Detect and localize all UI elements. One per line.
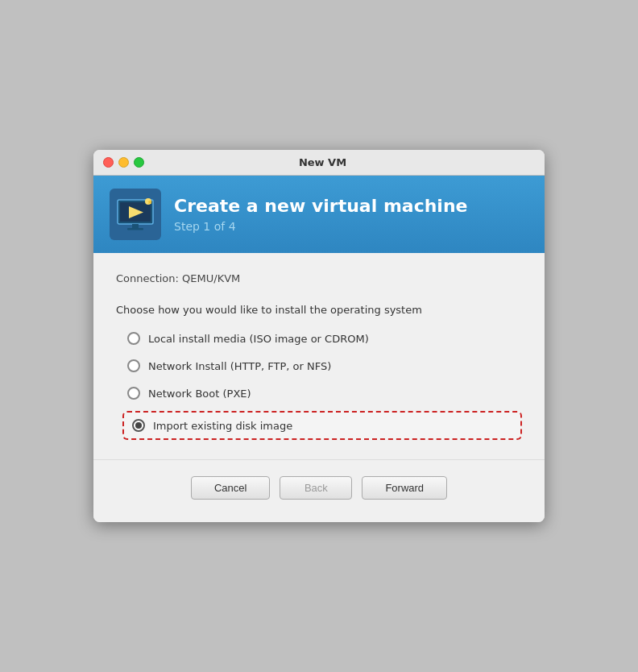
option-network-boot-label: Network Boot (PXE): [148, 388, 251, 400]
install-section-label: Choose how you would like to install the…: [116, 304, 522, 316]
header-banner: Create a new virtual machine Step 1 of 4: [93, 176, 545, 253]
svg-rect-6: [127, 228, 143, 230]
content-area: Connection: QEMU/KVM Choose how you woul…: [93, 253, 545, 459]
option-network-boot[interactable]: Network Boot (PXE): [122, 384, 522, 403]
svg-rect-5: [132, 224, 139, 228]
header-subtitle: Step 1 of 4: [174, 220, 467, 233]
radio-local[interactable]: [127, 332, 140, 345]
button-row: Cancel Back Forward: [93, 459, 545, 522]
header-icon-container: [110, 189, 161, 240]
minimize-button[interactable]: [118, 157, 129, 168]
radio-import-disk[interactable]: [132, 419, 145, 432]
radio-network-boot[interactable]: [127, 387, 140, 400]
title-bar: New VM: [93, 150, 545, 176]
option-local-label: Local install media (ISO image or CDROM): [148, 333, 369, 345]
connection-label: Connection:: [116, 272, 179, 284]
option-import-disk[interactable]: Import existing disk image: [122, 411, 522, 440]
connection-row: Connection: QEMU/KVM: [116, 272, 522, 284]
traffic-lights: [103, 157, 144, 168]
forward-button[interactable]: Forward: [362, 476, 447, 500]
back-button[interactable]: Back: [280, 476, 352, 500]
close-button[interactable]: [103, 157, 114, 168]
option-local-install[interactable]: Local install media (ISO image or CDROM): [122, 329, 522, 348]
option-import-disk-label: Import existing disk image: [153, 420, 292, 432]
header-title: Create a new virtual machine: [174, 196, 467, 217]
option-network-install[interactable]: Network Install (HTTP, FTP, or NFS): [122, 356, 522, 375]
radio-network-install[interactable]: [127, 359, 140, 372]
cancel-button[interactable]: Cancel: [191, 476, 270, 500]
connection-value: QEMU/KVM: [182, 272, 240, 284]
maximize-button[interactable]: [134, 157, 144, 168]
option-network-install-label: Network Install (HTTP, FTP, or NFS): [148, 360, 331, 372]
install-options: Local install media (ISO image or CDROM)…: [122, 329, 522, 440]
new-vm-window: New VM Create a new virtual machine: [93, 150, 545, 522]
window-title: New VM: [151, 156, 495, 168]
vm-icon: [114, 193, 156, 235]
header-text: Create a new virtual machine Step 1 of 4: [174, 196, 467, 233]
